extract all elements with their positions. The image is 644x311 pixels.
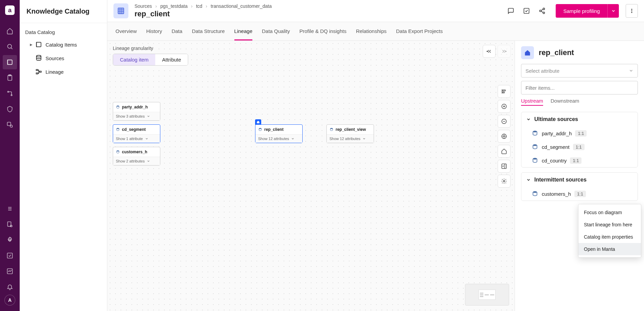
sample-profiling-dropdown[interactable] <box>607 4 619 18</box>
select-placeholder: Select attribute <box>525 68 559 74</box>
svg-point-59 <box>330 128 333 129</box>
ratio-badge: 1:1 <box>570 157 582 164</box>
clipboard-icon[interactable] <box>3 71 17 85</box>
tab-profile-dq[interactable]: Profile & DQ insights <box>300 22 346 40</box>
source-name: cd_segment <box>542 144 570 150</box>
tab-history[interactable]: History <box>146 22 162 40</box>
svg-rect-20 <box>40 71 41 72</box>
elephant-icon <box>532 143 538 150</box>
doc-search-icon[interactable] <box>3 217 17 231</box>
panel-title: rep_client <box>539 48 574 57</box>
ctx-item-properties[interactable]: Catalog item properties <box>578 231 641 243</box>
node-expand[interactable]: Show 3 attributes <box>113 112 160 120</box>
tab-overview[interactable]: Overview <box>115 22 137 40</box>
svg-point-5 <box>11 94 12 96</box>
source-item[interactable]: party_addr_h 1:1 <box>521 126 638 140</box>
source-item[interactable]: cd_country 1:1 <box>521 154 638 167</box>
source-name: party_addr_h <box>542 131 572 136</box>
sidebar-item-lineage[interactable]: Lineage <box>20 65 107 79</box>
tab-data[interactable]: Data <box>172 22 182 40</box>
node-cd_segment[interactable]: cd_segment Show 1 attribute <box>113 124 160 143</box>
chevron-right-icon: ▸ <box>30 41 33 48</box>
lineage-canvas[interactable]: Lineage granularity Catalog item Attribu… <box>107 41 515 311</box>
list-icon[interactable] <box>3 202 17 216</box>
tab-relationships[interactable]: Relationships <box>356 22 387 40</box>
breadcrumb-item[interactable]: Sources <box>135 3 152 9</box>
tab-lineage[interactable]: Lineage <box>234 22 252 40</box>
section-toggle[interactable]: Intermittent sources <box>521 173 638 187</box>
tab-export[interactable]: Data Export Projects <box>396 22 443 40</box>
sidebar-item-catalog-items[interactable]: ▸ Catalog Items <box>20 38 107 51</box>
gear-icon[interactable] <box>3 233 17 247</box>
comment-icon[interactable] <box>504 4 518 18</box>
ctx-open-manta[interactable]: Open in Manta <box>578 243 641 255</box>
sidebar-item-sources[interactable]: Sources <box>20 51 107 65</box>
sidebar: Knowledge Catalog Data Catalog ▸ Catalog… <box>20 0 107 311</box>
source-name: cd_country <box>542 158 567 163</box>
select-attribute-dropdown[interactable]: Select attribute <box>521 64 638 77</box>
source-item[interactable]: cd_segment 1:1 <box>521 140 638 154</box>
catalog-icon[interactable] <box>3 55 17 69</box>
right-panel: rep_client Select attribute Upstream Dow… <box>515 41 644 311</box>
ratio-badge: 1:1 <box>574 191 586 197</box>
node-rep_client[interactable]: rep_client Show 12 attributes <box>255 124 303 143</box>
search-icon[interactable] <box>3 39 17 54</box>
node-title: rep_client_view <box>336 127 366 132</box>
elephant-icon <box>116 105 120 109</box>
node-expand[interactable]: Show 12 attributes <box>255 134 302 143</box>
activity-icon[interactable] <box>3 264 17 278</box>
sidebar-section-label: Data Catalog <box>20 23 107 38</box>
sample-profiling-button[interactable]: Sample profiling <box>556 4 607 18</box>
ctx-start-lineage[interactable]: Start lineage from here <box>578 219 641 231</box>
tab-data-quality[interactable]: Data Quality <box>262 22 290 40</box>
explore-icon[interactable] <box>3 118 17 132</box>
node-expand[interactable]: Show 1 attribute <box>113 134 160 143</box>
svg-point-0 <box>7 44 12 48</box>
breadcrumb-item[interactable]: tcd <box>196 3 202 9</box>
breadcrumb-item[interactable]: transactional_customer_data <box>211 3 272 9</box>
checkbox-icon[interactable] <box>520 4 533 18</box>
svg-point-27 <box>543 8 545 10</box>
chevron-down-icon <box>291 137 294 140</box>
more-button[interactable] <box>626 4 638 18</box>
node-expand[interactable]: Show 12 attributes <box>327 134 374 143</box>
svg-point-63 <box>533 191 537 193</box>
filter-input[interactable] <box>521 81 638 94</box>
bell-icon[interactable] <box>3 280 17 294</box>
elephant-icon <box>532 157 538 164</box>
share-icon[interactable] <box>535 4 549 18</box>
svg-point-14 <box>9 239 11 241</box>
svg-point-62 <box>533 158 537 160</box>
ratio-badge: 1:1 <box>575 130 587 137</box>
home-marker-icon <box>255 119 261 125</box>
svg-point-61 <box>533 144 537 146</box>
breadcrumb-item[interactable]: pgs_testdata <box>160 3 187 9</box>
tab-downstream[interactable]: Downstream <box>551 98 579 106</box>
flow-icon[interactable] <box>3 86 17 101</box>
tab-upstream[interactable]: Upstream <box>521 98 543 106</box>
source-item[interactable]: customers_h 1:1 <box>521 187 638 201</box>
minimap[interactable] <box>465 284 509 306</box>
node-party_addr_h[interactable]: party_addr_h Show 3 attributes <box>113 102 160 121</box>
svg-point-60 <box>533 131 537 133</box>
elephant-icon <box>258 127 262 132</box>
ctx-focus-diagram[interactable]: Focus on diagram <box>578 206 641 219</box>
tab-data-structure[interactable]: Data Structure <box>192 22 225 40</box>
home-icon[interactable] <box>3 24 17 38</box>
svg-point-28 <box>540 10 541 12</box>
chevron-down-icon <box>526 177 531 182</box>
chevron-down-icon <box>147 159 150 163</box>
avatar[interactable]: A <box>4 295 15 306</box>
node-customers_h[interactable]: customers_h Show 2 attributes <box>113 147 160 166</box>
elephant-icon <box>116 127 120 132</box>
node-expand[interactable]: Show 2 attributes <box>113 157 160 165</box>
node-rep_client_view[interactable]: rep_client_view Show 12 attributes <box>326 124 374 143</box>
node-title: customers_h <box>122 150 147 154</box>
source-name: customers_h <box>542 191 571 197</box>
svg-line-31 <box>541 11 543 12</box>
chevron-down-icon <box>526 117 531 122</box>
check-icon[interactable] <box>3 248 17 263</box>
section-toggle[interactable]: Ultimate sources <box>521 112 638 126</box>
shield-icon[interactable] <box>3 102 17 116</box>
svg-point-57 <box>117 151 119 152</box>
